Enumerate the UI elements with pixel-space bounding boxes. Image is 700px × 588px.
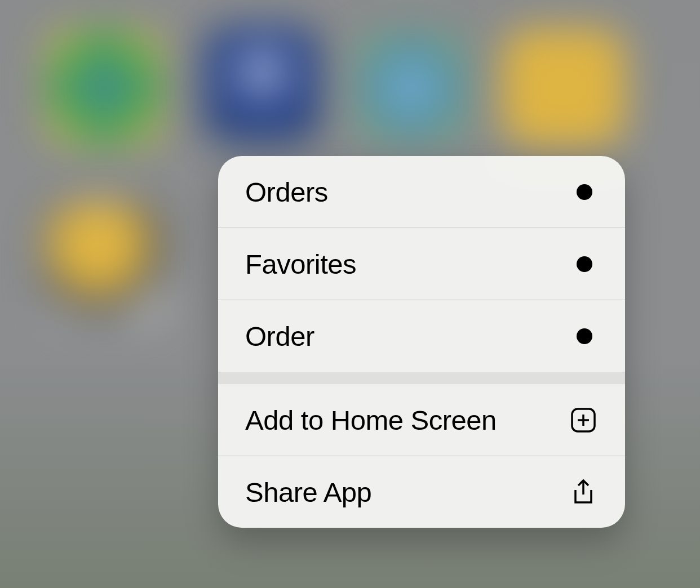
blurred-app-icon xyxy=(203,25,321,144)
dot-icon xyxy=(577,328,592,344)
menu-item-label: Share App xyxy=(245,476,371,508)
dot-icon xyxy=(577,256,592,272)
plus-square-icon xyxy=(570,407,597,434)
section-divider xyxy=(218,372,625,384)
menu-item-label: Favorites xyxy=(245,248,356,280)
blurred-app-icon xyxy=(355,31,468,144)
menu-item-order[interactable]: Order xyxy=(218,300,625,372)
menu-item-label: Add to Home Screen xyxy=(245,404,497,436)
share-icon xyxy=(570,479,597,506)
menu-item-share-app[interactable]: Share App xyxy=(218,456,625,528)
blurred-app-icon xyxy=(45,28,163,146)
blurred-app-icon xyxy=(42,203,166,321)
menu-item-orders[interactable]: Orders xyxy=(218,156,625,228)
menu-item-label: Order xyxy=(245,320,314,352)
menu-item-favorites[interactable]: Favorites xyxy=(218,228,625,300)
dot-icon xyxy=(577,184,592,200)
context-menu: Orders Favorites Order Add to Home Scree… xyxy=(218,156,625,528)
blurred-app-icon xyxy=(502,28,626,146)
menu-item-add-to-home-screen[interactable]: Add to Home Screen xyxy=(218,384,625,456)
menu-item-label: Orders xyxy=(245,176,328,208)
